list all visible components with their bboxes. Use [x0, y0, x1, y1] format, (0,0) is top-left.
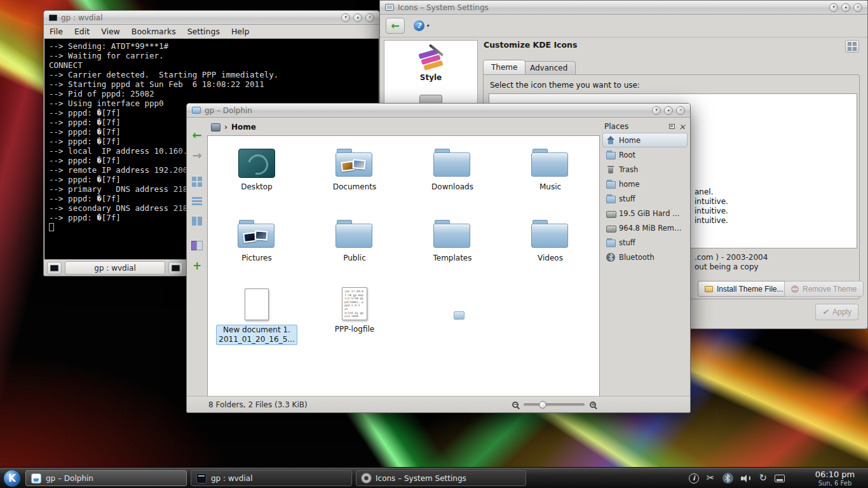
- places-item-home[interactable]: Home: [602, 133, 688, 147]
- new-tab-button[interactable]: [47, 262, 62, 274]
- tab-theme[interactable]: Theme: [483, 60, 526, 75]
- task-dolphin[interactable]: gp – Dolphin: [25, 470, 187, 486]
- places-item-trash[interactable]: Trash: [602, 162, 688, 177]
- notifications-tray-icon[interactable]: i: [689, 473, 699, 484]
- minimize-button[interactable]: ▾: [829, 3, 838, 12]
- minimize-button[interactable]: ▾: [652, 106, 661, 115]
- details-view-button[interactable]: [190, 214, 204, 228]
- task-system-settings[interactable]: Icons – System Settings: [356, 470, 526, 486]
- volume-tray-icon[interactable]: [741, 473, 752, 483]
- theme-description-fragment: out being a copy: [695, 262, 759, 271]
- back-button[interactable]: ←: [386, 18, 405, 34]
- file-item-music[interactable]: Music: [501, 142, 599, 214]
- close-panel-icon[interactable]: ×: [679, 123, 686, 131]
- icon-theme-select-label: Select the icon theme you want to use:: [490, 81, 640, 90]
- app-launcher-button[interactable]: K: [2, 469, 22, 487]
- maximize-button[interactable]: ▴: [353, 13, 362, 22]
- zoom-out-button[interactable]: −: [512, 402, 519, 408]
- places-item-bluetooth[interactable]: Bluetooth: [602, 250, 688, 264]
- zoom-slider-handle[interactable]: [539, 401, 546, 409]
- maximize-button[interactable]: ▴: [664, 106, 673, 115]
- folder-icon: [433, 219, 471, 249]
- new-tab-button[interactable]: +: [190, 259, 204, 273]
- install-theme-button[interactable]: Install Theme File...: [698, 281, 790, 297]
- file-item-templates[interactable]: Templates: [403, 214, 501, 285]
- close-button[interactable]: ×: [676, 106, 685, 115]
- terminal-tab-label: gp : wvdial: [94, 264, 135, 273]
- file-item-new-document-selected[interactable]: New document 1.2011_01_20_16_5...: [208, 285, 306, 356]
- sidebar-item-label: Style: [384, 73, 477, 82]
- float-panel-icon[interactable]: [669, 124, 675, 129]
- split-view-button[interactable]: [190, 238, 204, 252]
- places-item-root[interactable]: Root: [602, 147, 688, 162]
- document-icon: [245, 288, 269, 320]
- zoom-in-button[interactable]: +: [590, 402, 596, 408]
- close-button[interactable]: ×: [365, 13, 374, 22]
- help-button[interactable]: ? ▾: [414, 20, 429, 31]
- sidebar-item-style[interactable]: Style: [384, 41, 477, 82]
- dolphin-window-icon: [192, 107, 201, 114]
- places-item-home2[interactable]: home: [602, 177, 688, 191]
- folder-icon: [606, 194, 615, 203]
- file-item-ppp-logfile[interactable]: Jan 17 09:4 7:18 gp-Asp ire-5738 pp pd[1…: [306, 285, 403, 356]
- detach-tab-button[interactable]: [168, 262, 183, 274]
- places-header[interactable]: Places ×: [602, 120, 688, 133]
- file-item-documents[interactable]: Documents: [306, 142, 403, 214]
- system-settings-window-icon: [385, 4, 394, 11]
- terminal-line: --> Carrier detected. Starting PPP immed…: [49, 70, 374, 79]
- folder-view[interactable]: Desktop Documents Downloads Music Pictur…: [207, 135, 600, 397]
- dolphin-titlebar[interactable]: gp – Dolphin ▾ ▴ ×: [187, 104, 690, 118]
- places-item-hard-drive[interactable]: 19.5 GiB Hard Drive: [602, 206, 688, 220]
- file-item-pictures[interactable]: Pictures: [208, 214, 306, 285]
- dolphin-statusbar: 8 Folders, 2 Files (3.3 KiB) − +: [187, 396, 690, 412]
- breadcrumb-home[interactable]: Home: [231, 123, 256, 132]
- device-notifier-tray-icon[interactable]: [775, 475, 785, 482]
- places-selector-icon[interactable]: [211, 123, 220, 132]
- menu-edit[interactable]: Edit: [69, 27, 95, 36]
- zoom-slider-track[interactable]: [524, 403, 585, 406]
- file-item-label: Music: [539, 182, 561, 192]
- compact-view-button[interactable]: [190, 194, 204, 208]
- menu-help[interactable]: Help: [226, 27, 255, 36]
- settings-titlebar[interactable]: Icons – System Settings ▾ ▴ ×: [380, 1, 867, 15]
- places-item-stuff[interactable]: stuff: [602, 191, 688, 206]
- file-item-public[interactable]: Public: [306, 214, 403, 285]
- drag-ghost-icon: [454, 311, 465, 320]
- menu-bookmarks[interactable]: Bookmarks: [126, 27, 182, 36]
- menu-file[interactable]: File: [44, 27, 69, 36]
- help-icon: ?: [414, 20, 424, 31]
- file-item-label: Public: [343, 254, 366, 263]
- tab-advanced[interactable]: Advanced: [522, 61, 576, 75]
- remove-theme-button[interactable]: Remove Theme: [784, 281, 864, 297]
- close-button[interactable]: ×: [853, 3, 862, 12]
- kde-logo-icon: K: [4, 470, 20, 487]
- terminal-titlebar[interactable]: gp : wvdial ▾ ▴ ×: [44, 11, 379, 25]
- icon-grid: Desktop Documents Downloads Music Pictur…: [208, 136, 599, 396]
- clock[interactable]: 06:10 pm Sun, 6 Feb: [806, 470, 864, 487]
- apply-button[interactable]: ✔ Apply: [815, 304, 858, 320]
- back-button[interactable]: ←: [190, 128, 204, 142]
- bluetooth-tray-icon[interactable]: [722, 473, 733, 484]
- places-item-removable[interactable]: 964.8 MiB Remov...: [602, 220, 688, 235]
- maximize-button[interactable]: ▴: [841, 3, 850, 12]
- sync-tray-icon[interactable]: ↻: [759, 473, 768, 483]
- icons-view-button[interactable]: [190, 175, 204, 189]
- folder-icon: [705, 286, 713, 292]
- places-item-stuff2[interactable]: stuff: [602, 235, 688, 250]
- menu-settings[interactable]: Settings: [182, 27, 226, 36]
- forward-button[interactable]: →: [190, 148, 204, 162]
- menu-view[interactable]: View: [95, 27, 126, 36]
- chevron-down-icon: ▾: [426, 23, 429, 29]
- klipper-tray-icon[interactable]: ✂: [707, 473, 715, 483]
- file-item-downloads[interactable]: Downloads: [403, 142, 501, 214]
- file-item-desktop[interactable]: Desktop: [208, 142, 306, 214]
- file-item-label: Desktop: [241, 182, 273, 192]
- terminal-tab[interactable]: gp : wvdial: [65, 261, 165, 274]
- view-mode-button[interactable]: [845, 40, 859, 53]
- system-tray: i ✂ ↻: [689, 468, 785, 488]
- file-item-videos[interactable]: Videos: [501, 214, 599, 285]
- minimize-button[interactable]: ▾: [341, 13, 350, 22]
- task-wvdial[interactable]: gp : wvdial: [191, 470, 352, 486]
- terminal-menubar: File Edit View Bookmarks Settings Help: [44, 25, 379, 39]
- terminal-window-title: gp : wvdial: [61, 13, 102, 22]
